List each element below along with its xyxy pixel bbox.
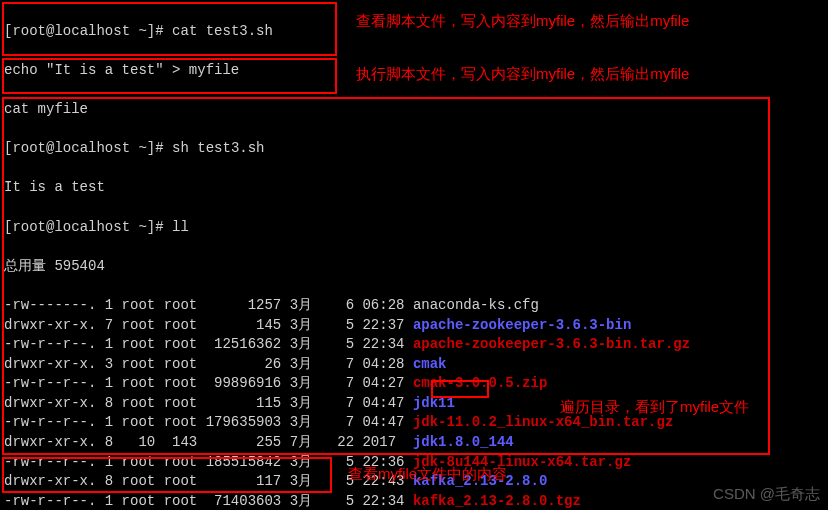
- file-name: apache-zookeeper-3.6.3-bin: [413, 317, 631, 333]
- cmd-cat-script: cat test3.sh: [172, 23, 273, 39]
- cmd-sh: sh test3.sh: [172, 140, 264, 156]
- file-name: kafka_2.13-2.8.0.tgz: [413, 493, 581, 509]
- annotation-text-2: 执行脚本文件，写入内容到myfile，然后输出myfile: [356, 63, 689, 84]
- prompt-user: root: [12, 23, 46, 39]
- prompt-line: [root@localhost ~]# ll: [4, 218, 824, 238]
- list-item: drwxr-xr-x. 7 root root 145 3月 5 22:37 a…: [4, 316, 824, 336]
- file-name: anaconda-ks.cfg: [413, 297, 539, 313]
- list-item: -rw-r--r--. 1 root root 12516362 3月 5 22…: [4, 335, 824, 355]
- annotation-text-4: 查看myfile文件中的内容: [348, 463, 507, 484]
- script-line2: cat myfile: [4, 100, 824, 120]
- list-item: drwxr-xr-x. 3 root root 26 3月 7 04:28 cm…: [4, 355, 824, 375]
- file-name: jdk11: [413, 395, 455, 411]
- prompt-line: [root@localhost ~]# sh test3.sh: [4, 139, 824, 159]
- watermark: CSDN @毛奇志: [713, 483, 820, 504]
- file-name: cmak-3.0.0.5.zip: [413, 375, 547, 391]
- list-item: -rw-------. 1 root root 1257 3月 6 06:28 …: [4, 296, 824, 316]
- list-item: drwxr-xr-x. 8 10 143 255 7月 22 2017 jdk1…: [4, 433, 824, 453]
- annotation-text-3: 遍历目录，看到了myfile文件: [560, 396, 749, 417]
- file-name: cmak: [413, 356, 447, 372]
- cmd-ll: ll: [172, 219, 189, 235]
- file-name: jdk1.8.0_144: [413, 434, 514, 450]
- total-line: 总用量 595404: [4, 257, 824, 277]
- list-item: -rw-r--r--. 1 root root 71403603 3月 5 22…: [4, 492, 824, 510]
- file-name: apache-zookeeper-3.6.3-bin.tar.gz: [413, 336, 690, 352]
- output-line: It is a test: [4, 178, 824, 198]
- annotation-text-1: 查看脚本文件，写入内容到myfile，然后输出myfile: [356, 10, 689, 31]
- list-item: -rw-r--r--. 1 root root 99896916 3月 7 04…: [4, 374, 824, 394]
